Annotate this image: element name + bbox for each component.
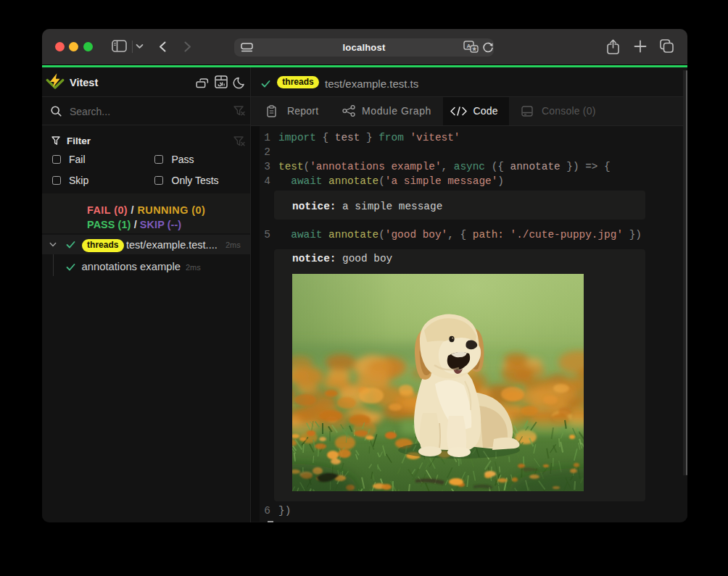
svg-text:★: ★ bbox=[472, 46, 477, 52]
